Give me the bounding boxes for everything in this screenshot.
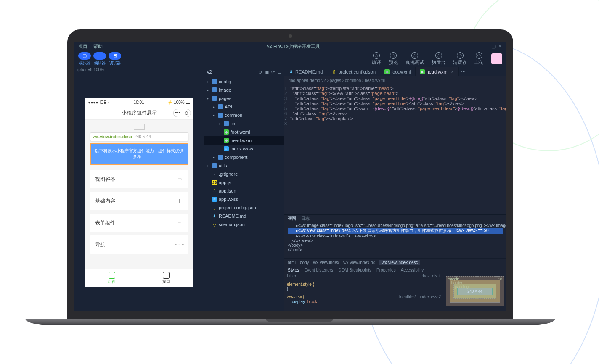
menu-help[interactable]: 帮助 [93, 43, 103, 50]
dom-crumb-item[interactable]: wx-view.index-hd [343, 260, 375, 265]
json-icon: {} [212, 222, 217, 227]
dom-crumb-item[interactable]: wx-view.index-desc [379, 260, 420, 265]
refresh-icon[interactable]: ⟳ [271, 69, 275, 75]
tree-node[interactable]: # app.wxss [204, 195, 284, 203]
tab-overflow[interactable]: ⋯ [459, 67, 469, 76]
app-window: 项目 帮助 v2-FinClip小程序开发工具 – ▢ ✕ ▢模拟器 编辑器 ⊞… [74, 42, 506, 311]
devtools-tab-日志[interactable]: 日志 [301, 216, 310, 222]
phone-status-bar: ●●●● IDE ⏦ 10:01 ⚡ 100% ▬ [85, 98, 193, 106]
project-root[interactable]: v2 [207, 69, 212, 74]
minimize-button[interactable]: – [485, 44, 489, 49]
tree-node[interactable]: {} project.config.json [204, 203, 284, 212]
devtools-subtab-Styles[interactable]: Styles [288, 268, 299, 272]
dom-tree[interactable]: ▸<wx-image class="index-logo" src="../re… [284, 222, 506, 258]
wxml-icon: ◆ [224, 138, 229, 143]
phone-tab-接口[interactable]: 接口 [139, 269, 193, 287]
preview-icon: ◌ [390, 52, 397, 59]
tree-node[interactable]: ▫ .gitignore [204, 170, 284, 178]
dom-crumb[interactable]: htmlbodywx-view.indexwx-view.index-hdwx-… [284, 258, 506, 266]
compile-button[interactable]: ◌ 编译 [372, 52, 381, 66]
phone-navbar: 小程序组件展示 •••⊙ [85, 106, 193, 120]
tree-node[interactable]: ▸ lib [204, 119, 284, 128]
new-folder-icon[interactable]: ▣ [265, 69, 269, 75]
close-button[interactable]: ✕ [498, 44, 502, 49]
wxml-icon: ◆ [420, 69, 425, 74]
mode-pill-0[interactable]: ▢模拟器 [78, 52, 91, 66]
dom-crumb-item[interactable]: wx-view.index [313, 260, 339, 265]
list-item[interactable]: 视图容器▭ [90, 170, 188, 188]
folder-icon [218, 113, 223, 118]
devtools-subtab-Event Listeners[interactable]: Event Listeners [304, 268, 333, 272]
tree-node[interactable]: ▸ image [204, 86, 284, 94]
list-item[interactable]: 基础内容T [90, 192, 188, 210]
menu-project[interactable]: 项目 [78, 43, 87, 50]
highlighted-view[interactable]: 以下将展示小程序官方组件能力，组件样式仅供参考。 [90, 143, 188, 165]
close-icon[interactable]: × [451, 69, 453, 74]
list-item-icon: ∘∘∘ [176, 241, 183, 248]
tree-node[interactable]: ⬇ README.md [204, 212, 284, 220]
dom-crumb-item[interactable]: body [300, 260, 309, 265]
page-title: 小程序组件展示 [122, 109, 157, 116]
tree-node[interactable]: ◆ foot.wxml [204, 128, 284, 136]
tree-node[interactable]: {} sitemap.json [204, 220, 284, 229]
devtools: 视图日志 ▸<wx-image class="index-logo" src="… [284, 214, 506, 311]
switch-bg-button[interactable]: ◌ 切后台 [432, 52, 445, 66]
list-item-icon: ▭ [176, 175, 183, 183]
devtools-subtab-DOM Breakpoints[interactable]: DOM Breakpoints [338, 268, 371, 272]
collapse-icon[interactable]: ⊟ [278, 69, 281, 75]
remote-debug-button[interactable]: ◌ 真机调试 [406, 52, 424, 66]
tree-node[interactable]: # index.wxss [204, 145, 284, 153]
dom-crumb-item[interactable]: html [288, 260, 296, 265]
phone-frame: ●●●● IDE ⏦ 10:01 ⚡ 100% ▬ 小程序组件展示 •••⊙ w… [85, 98, 193, 287]
json-icon: {} [331, 69, 337, 74]
wxml-icon: ◆ [384, 69, 390, 74]
tree-node[interactable]: ▸ utils [204, 161, 284, 170]
breadcrumb[interactable]: fino-applet-demo-v2 › pages › common › h… [284, 76, 506, 84]
devtools-tab-视图[interactable]: 视图 [288, 216, 296, 222]
phone-tab-组件[interactable]: 组件 [85, 269, 139, 287]
clear-cache-button[interactable]: ◌ 清缓存 [453, 52, 467, 66]
filter-input[interactable]: Filter [287, 274, 296, 281]
preview-button[interactable]: ◌ 预览 [389, 52, 398, 66]
editor-tab[interactable]: ◆ foot.wxml [380, 67, 415, 76]
devtools-subtab-Properties[interactable]: Properties [376, 268, 396, 272]
list-item[interactable]: 导航∘∘∘ [90, 235, 188, 254]
tree-node[interactable]: ▸ API [204, 103, 284, 111]
new-file-icon[interactable]: ⊕ [258, 69, 262, 75]
folder-icon [212, 87, 217, 92]
styles-pane[interactable]: Filter :hov .cls + element.style {}</spa… [284, 274, 443, 311]
editor-tab[interactable]: ⬇ README.md [284, 67, 327, 76]
avatar[interactable] [491, 53, 502, 64]
tree-node[interactable]: ▸ config [204, 77, 284, 86]
box-model: margin10 border- padding- 240 × 44 [443, 274, 506, 311]
logo-placeholder [134, 124, 145, 130]
mode-pill-2[interactable]: ⊞调试器 [109, 52, 121, 66]
wxml-icon: ◆ [224, 129, 229, 135]
md-icon: ⬇ [212, 214, 217, 219]
simulator-panel: iphone6 100% ●●●● IDE ⏦ 10:01 ⚡ 100% ▬ 小… [74, 67, 204, 311]
editor-tab[interactable]: ◆ head.wxml× [416, 67, 459, 76]
editor-tabs: ⬇ README.md {} project.config.json ◆ foo… [284, 67, 506, 76]
file-icon: ▫ [212, 171, 217, 177]
upload-icon: ◌ [476, 52, 482, 59]
camera-dot [289, 34, 292, 38]
tree-node[interactable]: ▸ component [204, 153, 284, 161]
tree-node[interactable]: JS app.js [204, 178, 284, 187]
tree-node[interactable]: ▾ common [204, 111, 284, 119]
tree-node[interactable]: ◆ head.wxml [204, 136, 284, 145]
wxss-icon: # [224, 146, 229, 151]
filter-toggles[interactable]: :hov .cls + [422, 274, 441, 281]
md-icon: ⬇ [289, 69, 294, 74]
phone-tabbar: 组件 接口 [85, 269, 193, 287]
upload-button[interactable]: ◌ 上传 [474, 52, 484, 66]
list-item[interactable]: 表单组件≡ [90, 214, 188, 232]
code-editor[interactable]: 12345678 "attr">class="tag"><template "a… [284, 84, 506, 214]
tree-node[interactable]: ▾ pages [204, 94, 284, 103]
capsule[interactable]: •••⊙ [173, 109, 191, 117]
maximize-button[interactable]: ▢ [491, 44, 496, 49]
device-label[interactable]: iphone6 100% [74, 67, 204, 75]
mode-pill-1[interactable]: 编辑器 [93, 52, 106, 66]
editor-tab[interactable]: {} project.config.json [327, 67, 380, 76]
tree-node[interactable]: {} app.json [204, 187, 284, 195]
devtools-subtab-Accessibility[interactable]: Accessibility [401, 268, 424, 272]
